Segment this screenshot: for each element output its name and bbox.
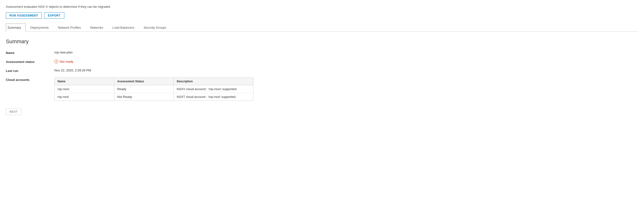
export-button[interactable]: EXPORT bbox=[44, 13, 64, 19]
table-row: mp-nsxtNot ReadyNSXT cloud account : 'mp… bbox=[54, 93, 253, 101]
description-text: Assessment evaluates NSX-V objects to de… bbox=[6, 5, 638, 9]
table-cell-assessment-status: Not Ready bbox=[114, 93, 174, 101]
last-run-value: Nov 22, 2020, 2:59:29 PM bbox=[54, 69, 91, 72]
table-cell-description: NSXV cloud account : 'mp-nsxv' supported… bbox=[174, 85, 253, 93]
table-cell-description: NSXT cloud account : 'mp-nsxt' supported… bbox=[174, 93, 253, 101]
col-header-description: Description bbox=[174, 78, 253, 85]
cloud-accounts-table: Name Assessment Status Description mp-ns… bbox=[54, 78, 253, 101]
col-header-name: Name bbox=[54, 78, 114, 85]
next-button[interactable]: NEXT bbox=[6, 109, 21, 115]
name-field-row: Name mp-new-plan bbox=[6, 51, 638, 55]
section-title: Summary bbox=[6, 38, 638, 45]
last-run-field-row: Last run Nov 22, 2020, 2:59:29 PM bbox=[6, 69, 638, 73]
last-run-label: Last run bbox=[6, 69, 54, 73]
footer: NEXT bbox=[6, 109, 638, 115]
table-cell-assessment-status: Ready bbox=[114, 85, 174, 93]
run-assessment-button[interactable]: RUN ASSESSMENT bbox=[6, 13, 42, 19]
warning-icon: ! bbox=[54, 60, 58, 63]
tab-deployments[interactable]: Deployments bbox=[26, 24, 54, 32]
tab-summary[interactable]: Summary bbox=[6, 24, 26, 32]
tab-network-profiles[interactable]: Network Profiles bbox=[54, 24, 86, 32]
col-header-assessment-status: Assessment Status bbox=[114, 78, 174, 85]
assessment-status-field-row: Assessment status ! Not ready bbox=[6, 60, 638, 64]
cloud-accounts-field-row: Cloud accounts Name Assessment Status De… bbox=[6, 78, 638, 101]
cloud-accounts-label: Cloud accounts bbox=[6, 78, 54, 82]
tabs-container: Summary Deployments Network Profiles Net… bbox=[6, 24, 638, 32]
assessment-status-text: Not ready bbox=[60, 60, 73, 63]
assessment-status-label: Assessment status bbox=[6, 60, 54, 64]
table-cell-name: mp-nsxv bbox=[54, 85, 114, 93]
name-label: Name bbox=[6, 51, 54, 55]
tab-load-balancers[interactable]: Load Balancers bbox=[108, 24, 139, 32]
tab-security-groups[interactable]: Security Groups bbox=[139, 24, 171, 32]
table-header-row: Name Assessment Status Description bbox=[54, 78, 253, 85]
assessment-status-value: ! Not ready bbox=[54, 60, 73, 63]
table-row: mp-nsxvReadyNSXV cloud account : 'mp-nsx… bbox=[54, 85, 253, 93]
table-cell-name: mp-nsxt bbox=[54, 93, 114, 101]
tab-networks[interactable]: Networks bbox=[86, 24, 108, 32]
name-value: mp-new-plan bbox=[54, 51, 72, 54]
toolbar: RUN ASSESSMENT EXPORT bbox=[6, 13, 638, 19]
